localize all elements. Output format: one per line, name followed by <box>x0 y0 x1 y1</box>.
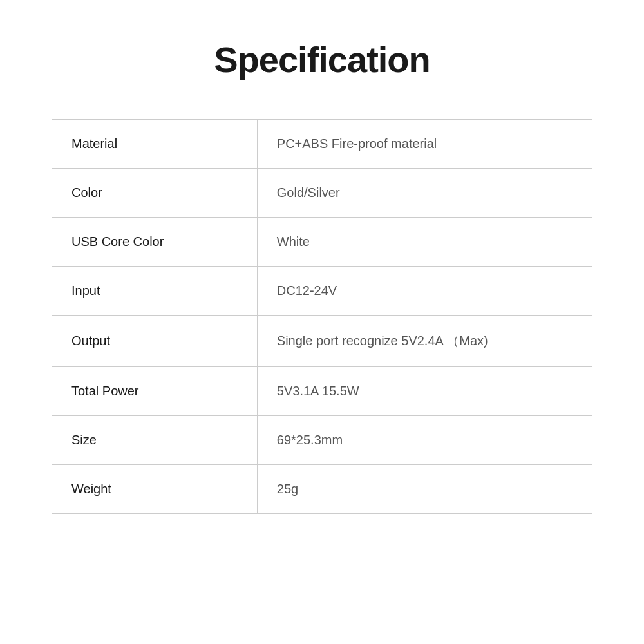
spec-label: USB Core Color <box>52 218 258 267</box>
spec-value: Gold/Silver <box>257 169 592 218</box>
table-row: Size69*25.3mm <box>52 416 592 465</box>
spec-value: PC+ABS Fire-proof material <box>257 120 592 169</box>
table-row: USB Core ColorWhite <box>52 218 592 267</box>
page-title: Specification <box>214 39 430 80</box>
spec-value: DC12-24V <box>257 267 592 316</box>
spec-label: Color <box>52 169 258 218</box>
table-row: MaterialPC+ABS Fire-proof material <box>52 120 592 169</box>
spec-label: Size <box>52 416 258 465</box>
spec-label: Weight <box>52 465 258 514</box>
table-row: Total Power5V3.1A 15.5W <box>52 367 592 416</box>
table-row: InputDC12-24V <box>52 267 592 316</box>
spec-label: Material <box>52 120 258 169</box>
spec-value: 25g <box>257 465 592 514</box>
table-row: ColorGold/Silver <box>52 169 592 218</box>
specification-table: MaterialPC+ABS Fire-proof materialColorG… <box>52 119 592 514</box>
table-row: Weight25g <box>52 465 592 514</box>
spec-label: Total Power <box>52 367 258 416</box>
spec-label: Input <box>52 267 258 316</box>
spec-value: 5V3.1A 15.5W <box>257 367 592 416</box>
table-row: OutputSingle port recognize 5V2.4A （Max) <box>52 316 592 367</box>
spec-value: White <box>257 218 592 267</box>
spec-value: 69*25.3mm <box>257 416 592 465</box>
spec-label: Output <box>52 316 258 367</box>
spec-value: Single port recognize 5V2.4A （Max) <box>257 316 592 367</box>
